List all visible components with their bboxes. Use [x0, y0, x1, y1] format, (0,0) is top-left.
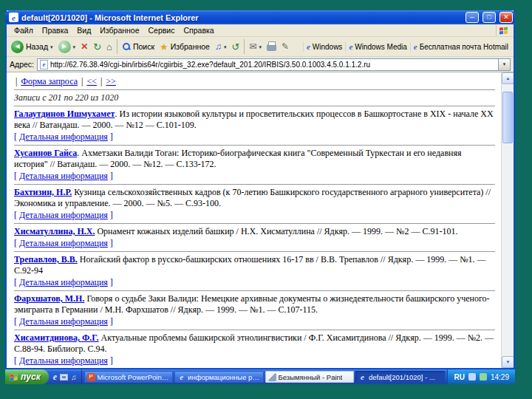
record-author-link[interactable]: Хисамитдинова, Ф.Г. — [14, 332, 99, 343]
ie-icon: e — [358, 373, 366, 381]
toolbar-separator — [117, 39, 117, 54]
address-dropdown-icon[interactable]: ▾ — [498, 59, 510, 70]
detail-info-link[interactable]: Детальная информация — [19, 132, 108, 142]
browser-viewport: | Форма запроса | << | >> Записи с 201 п… — [7, 72, 514, 368]
media-dropdown-icon[interactable]: ▾ — [224, 44, 227, 50]
ie-favicon: e — [9, 13, 18, 22]
detail-info-link[interactable]: Детальная информация — [19, 355, 108, 366]
link-label: Windows — [313, 43, 343, 51]
quick-launch: e ♫ — [49, 369, 82, 384]
windows-logo-icon — [10, 373, 18, 380]
detail-info-line: [ Детальная информация ] — [14, 171, 495, 182]
tray-icon[interactable] — [468, 373, 476, 381]
back-button[interactable]: ◀ Назад ▾ — [9, 39, 55, 55]
edit-button[interactable]: ✎ — [279, 41, 291, 52]
address-field[interactable]: e ▾ — [37, 58, 511, 71]
search-button[interactable]: Поиск — [120, 41, 157, 52]
forward-dropdown-icon[interactable]: ▾ — [73, 44, 76, 50]
detail-info-link[interactable]: Детальная информация — [19, 171, 108, 181]
history-button[interactable]: ↺ — [229, 41, 242, 53]
query-form-link[interactable]: Форма запроса — [21, 76, 78, 86]
taskbar-clock[interactable]: 14:29 — [491, 373, 509, 381]
prev-page-link[interactable]: << — [86, 76, 97, 86]
ie-icon: e — [177, 373, 185, 381]
next-page-link[interactable]: >> — [106, 76, 116, 86]
record-author-link[interactable]: Фархшатов, М.Н. — [14, 293, 84, 304]
system-tray: RU 14:29 — [447, 369, 515, 384]
tray-icon[interactable] — [480, 373, 487, 381]
presentation-slide: e default[201/1020] - Microsoft Internet… — [0, 0, 532, 399]
powerpoint-icon: P — [87, 373, 95, 381]
menu-file[interactable]: Файл — [10, 25, 38, 35]
scroll-up-icon[interactable]: ▲ — [502, 72, 514, 84]
menu-tools[interactable]: Сервис — [144, 25, 180, 35]
print-icon — [267, 44, 276, 51]
citation-text: Орнамент кожаных изделий башкир / Н.Х. Х… — [95, 226, 457, 236]
task-label: default[201/1020] - ... — [369, 373, 435, 381]
edit-icon: ✎ — [282, 42, 289, 51]
media-button[interactable]: ♫ ▾ — [213, 41, 229, 52]
task-button-paint[interactable]: Безымянный - Paint — [265, 371, 354, 383]
scrollbar-track[interactable] — [502, 84, 514, 356]
scroll-down-icon[interactable]: ▼ — [502, 356, 514, 368]
detail-info-link[interactable]: Детальная информация — [19, 238, 108, 248]
task-button-ie-active[interactable]: e default[201/1020] - ... — [355, 371, 444, 383]
menu-favorites[interactable]: Избранное — [95, 25, 143, 35]
divider — [14, 330, 495, 330]
record-author-link[interactable]: Трепавлов, В.В. — [14, 254, 78, 265]
close-button[interactable]: ✕ — [499, 12, 513, 23]
detail-info-link[interactable]: Детальная информация — [19, 210, 108, 220]
bracket: ] — [110, 355, 113, 366]
address-bar: Адрес: e ▾ — [7, 57, 514, 72]
history-icon: ↺ — [231, 42, 239, 52]
record-author-link[interactable]: Бахтизин, Н.Р. — [14, 187, 72, 197]
links-bar-item-windows[interactable]: e Windows — [303, 42, 345, 52]
record-author-link[interactable]: Хусаинов Гайса — [14, 148, 77, 158]
maximize-button[interactable]: □ — [482, 12, 496, 23]
record-item: Хусаинов Гайса. Ахметзаки Валиди Тоган: … — [14, 148, 495, 185]
menu-edit[interactable]: Правка — [38, 25, 72, 35]
record-citation: Хисамитдинова, Ф.Г. Актуальные проблемы … — [14, 332, 495, 355]
separator: | — [81, 76, 83, 86]
start-button[interactable]: пуск — [5, 369, 49, 384]
titlebar[interactable]: e default[201/1020] - Microsoft Internet… — [5, 10, 515, 24]
minimize-button[interactable]: ─ — [466, 12, 479, 23]
separator: | — [16, 76, 17, 86]
record-author-link[interactable]: Галаутдинов Ишмухамет — [14, 109, 115, 119]
ie-quicklaunch-icon[interactable]: e — [53, 372, 57, 383]
mail-dropdown-icon[interactable]: ▾ — [259, 44, 262, 50]
task-button-powerpoint[interactable]: P Microsoft PowerPoint ... — [84, 371, 173, 383]
record-author-link[interactable]: Хисматуллина, Н.Х. — [14, 226, 95, 236]
citation-text: Ногайский фактор в русско-башкирских отн… — [14, 254, 486, 276]
links-bar-item-windows-media[interactable]: e Windows Media — [345, 42, 409, 52]
mail-button[interactable]: ✉ ▾ — [247, 41, 264, 52]
forward-button[interactable]: ▶ ▾ — [56, 39, 78, 55]
taskbar-tasks: P Microsoft PowerPoint ... e информацион… — [82, 369, 447, 384]
home-button[interactable]: ⌂ — [104, 41, 115, 53]
records-range-info: Записи с 201 по 220 из 1020 — [14, 92, 495, 103]
scrollbar-thumb[interactable] — [502, 92, 513, 143]
link-label: Бесплатная почта Hotmail — [420, 43, 508, 51]
stop-button[interactable]: ✕ — [78, 41, 90, 52]
show-desktop-icon[interactable] — [60, 374, 68, 381]
bracket: [ — [14, 316, 17, 327]
menu-help[interactable]: Справка — [179, 25, 218, 35]
search-results-page: | Форма запроса | << | >> Записи с 201 п… — [7, 72, 501, 368]
ie-icon: e — [307, 43, 310, 51]
task-button-document[interactable]: e информационные рес... — [174, 371, 263, 383]
language-indicator[interactable]: RU — [454, 373, 465, 381]
back-dropdown-icon[interactable]: ▾ — [50, 44, 53, 50]
detail-info-link[interactable]: Детальная информация — [19, 277, 108, 287]
media-player-quicklaunch-icon[interactable]: ♫ — [71, 373, 77, 381]
bracket: [ — [14, 210, 17, 220]
menu-view[interactable]: Вид — [72, 25, 95, 35]
detail-info-link[interactable]: Детальная информация — [19, 316, 108, 327]
bracket: ] — [110, 210, 113, 220]
print-button[interactable] — [265, 41, 279, 52]
address-input[interactable] — [50, 59, 498, 70]
refresh-button[interactable]: ↻ — [91, 41, 103, 53]
favorites-button[interactable]: ★ Избранное — [157, 41, 212, 53]
vertical-scrollbar[interactable]: ▲ ▼ — [501, 72, 514, 368]
bracket: [ — [14, 355, 17, 366]
links-bar-item-hotmail[interactable]: e Бесплатная почта Hotmail — [410, 42, 511, 52]
